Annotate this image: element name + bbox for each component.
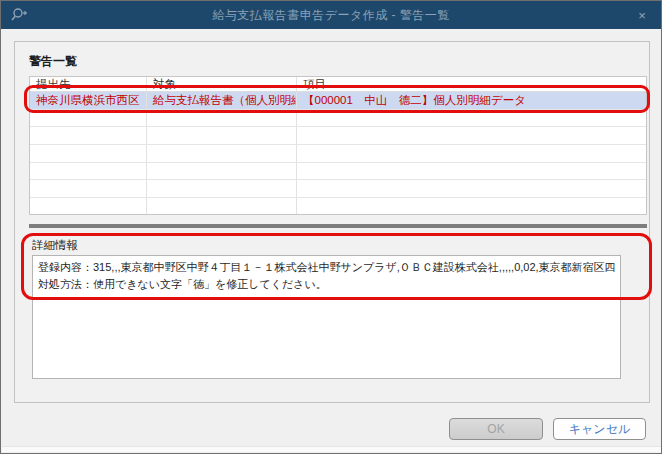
close-icon[interactable]: ×	[631, 1, 653, 29]
empty-table-row	[30, 110, 646, 128]
warning-list-label: 警告一覧	[29, 53, 77, 70]
titlebar: 給与支払報告書申告データ作成 - 警告一覧 ×	[1, 1, 661, 29]
column-header-target: 対象	[147, 77, 297, 91]
empty-table-row	[30, 198, 646, 215]
dialog-window: 給与支払報告書申告データ作成 - 警告一覧 × 警告一覧 提出先 対象 項目 神…	[0, 0, 662, 454]
warning-table-row[interactable]: 神奈川県横浜市西区 給与支払報告書（個人別明細書） 【000001 中山 德二】…	[30, 92, 646, 110]
warning-table: 提出先 対象 項目 神奈川県横浜市西区 給与支払報告書（個人別明細書） 【000…	[29, 76, 647, 215]
column-header-item: 項目	[297, 77, 646, 91]
cell-item: 【000001 中山 德二】個人別明細データ	[297, 92, 646, 109]
empty-table-row	[30, 163, 646, 181]
cell-submit-to: 神奈川県横浜市西区	[30, 92, 147, 109]
empty-table-row	[30, 145, 646, 163]
detail-registered-content: 登録内容：315,,,東京都中野区中野４丁目１－１株式会社中野サンプラザ,ＯＢＣ…	[38, 259, 615, 276]
window-bottom-strip	[2, 446, 662, 452]
section-divider	[29, 224, 647, 228]
zoom-in-icon	[10, 7, 28, 23]
cell-target: 給与支払報告書（個人別明細書）	[147, 92, 297, 109]
detail-info-label: 詳細情報	[32, 238, 78, 253]
empty-table-row	[30, 127, 646, 145]
warning-panel: 警告一覧 提出先 対象 項目 神奈川県横浜市西区 給与支払報告書（個人別明細書）…	[14, 41, 650, 403]
column-header-submit-to: 提出先	[30, 77, 147, 91]
ok-button[interactable]: OK	[449, 418, 543, 440]
detail-info-box: 登録内容：315,,,東京都中野区中野４丁目１－１株式会社中野サンプラザ,ＯＢＣ…	[32, 255, 621, 379]
empty-table-row	[30, 180, 646, 198]
window-title: 給与支払報告書申告データ作成 - 警告一覧	[212, 7, 450, 24]
table-header-row: 提出先 対象 項目	[30, 77, 646, 92]
cancel-button[interactable]: キャンセル	[553, 418, 646, 440]
detail-remedy: 対処方法：使用できない文字「德」を修正してください。	[38, 276, 615, 293]
